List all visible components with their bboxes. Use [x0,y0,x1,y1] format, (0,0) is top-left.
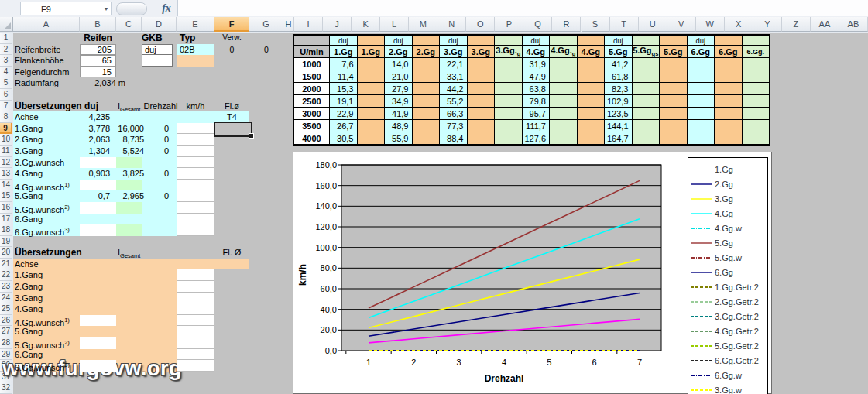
wunsch-green-cell[interactable] [116,180,142,191]
row-header-10[interactable]: 10 [0,134,12,146]
kmh-result-cell-2[interactable] [177,337,214,349]
empty-flag-cell[interactable] [357,36,385,46]
speed-value-cell[interactable]: 82,3 [605,83,633,95]
gear-column-header[interactable]: 6.Gg. [742,46,770,58]
column-header-H[interactable]: H [283,17,294,32]
name-box-dropdown-icon[interactable]: ▾ [105,2,108,16]
column-header-B[interactable]: B [80,17,116,32]
speed-value-cell[interactable] [550,83,578,95]
legend-entry[interactable]: 2.Gg [688,176,767,191]
speed-value-cell[interactable] [742,132,770,145]
speed-value-cell[interactable]: 15,3 [330,83,358,95]
legend-entry[interactable]: 2.Gg.Getr.2 [688,294,767,309]
rpm-cell[interactable]: 2500 [294,95,330,108]
speed-value-cell[interactable]: 79,8 [522,95,550,108]
speed-value-cell[interactable] [550,95,578,108]
row-header-26[interactable]: 26 [0,315,12,327]
row-header-5[interactable]: 5 [0,77,12,89]
kmh-result-cell-2[interactable] [177,293,214,304]
gear-column-header[interactable]: 3.Gg [467,46,495,58]
rpm-cell[interactable]: 4000 [294,132,330,145]
row-header-13[interactable]: 13 [0,168,12,180]
column-header-D[interactable]: D [142,17,177,32]
rpm-cell[interactable]: 1000 [294,58,330,70]
gear-column-header[interactable]: 2.Gg [385,46,413,58]
speed-value-cell[interactable] [495,58,523,70]
speed-value-cell[interactable] [687,120,715,132]
row-header-1[interactable]: 1 [0,33,12,44]
row-header-9[interactable]: 9 [0,123,12,135]
rpm-cell[interactable]: 2000 [294,83,330,95]
legend-entry[interactable]: 3.Gg.Getr.2 [688,309,767,324]
row-header-17[interactable]: 17 [0,214,12,225]
kmh-result-cell[interactable] [177,134,214,146]
gear-column-header[interactable]: 1.Gg [357,46,385,58]
speed-value-cell[interactable] [412,70,440,83]
row-header-14[interactable]: 14 [0,180,12,191]
row-header-4[interactable]: 4 [0,67,12,78]
row-header-11[interactable]: 11 [0,146,12,157]
speed-value-cell[interactable]: 34,9 [385,95,413,108]
row-header-15[interactable]: 15 [0,190,12,202]
speed-value-cell[interactable] [467,70,495,83]
speed-value-cell[interactable]: 26,7 [330,120,358,132]
gear-column-header[interactable]: 5.Gg [660,46,688,58]
speed-value-cell[interactable] [357,95,385,108]
column-header-P[interactable]: P [495,17,523,32]
speed-value-cell[interactable] [660,83,688,95]
speed-value-cell[interactable] [412,108,440,120]
kmh-result-cell-2[interactable] [177,269,214,281]
column-header-X[interactable]: X [725,17,753,32]
column-header-Q[interactable]: Q [523,17,552,32]
formula-input[interactable] [177,0,868,16]
legend-entry[interactable]: 4.Gg.w [688,221,767,235]
speed-value-cell[interactable]: 22,9 [330,108,358,120]
column-header-Y[interactable]: Y [753,17,782,32]
kmh-result-cell[interactable] [177,214,214,225]
column-header-F[interactable]: F [214,17,249,32]
speed-value-cell[interactable] [742,83,770,95]
speed-value-cell[interactable]: 41,2 [605,58,633,70]
speed-value-cell[interactable] [495,132,523,145]
row-header-7[interactable]: 7 [0,101,12,112]
kmh-result-cell[interactable] [177,190,214,202]
speed-value-cell[interactable] [357,70,385,83]
speed-value-cell[interactable] [687,58,715,70]
row-header-12[interactable]: 12 [0,157,12,169]
row-header-16[interactable]: 16 [0,202,12,214]
speed-value-cell[interactable] [742,70,770,83]
speed-value-cell[interactable] [632,108,660,120]
speed-value-cell[interactable] [467,132,495,145]
speed-value-cell[interactable] [715,58,743,70]
speed-value-cell[interactable]: 27,9 [385,83,413,95]
speed-value-cell[interactable]: 164,7 [605,132,633,145]
legend-entry[interactable]: 1.Gg.Getr.2 [688,279,767,294]
speed-value-cell[interactable] [357,108,385,120]
gear-column-header[interactable]: 4.Gg [577,46,605,58]
speed-value-cell[interactable] [715,70,743,83]
speed-value-cell[interactable] [632,120,660,132]
gear-column-header[interactable]: 5.Gggs [632,46,660,58]
speed-value-cell[interactable] [687,83,715,95]
kmh-result-cell-2[interactable] [177,315,214,327]
typ-empty-cell[interactable] [177,55,214,67]
speed-value-cell[interactable] [742,95,770,108]
speed-value-cell[interactable] [550,108,578,120]
legend-entry[interactable]: 4.Gg.Getr.2 [688,324,767,338]
speed-value-cell[interactable]: 11,4 [330,70,358,83]
speed-value-cell[interactable] [660,58,688,70]
speed-value-cell[interactable] [632,132,660,145]
speed-value-cell[interactable] [742,108,770,120]
speed-value-cell[interactable]: 44,2 [440,83,468,95]
speed-value-cell[interactable] [495,120,523,132]
column-header-I[interactable]: I [294,17,323,32]
speed-value-cell[interactable]: 61,8 [605,70,633,83]
legend-entry[interactable]: 3.Gg.w [688,382,767,394]
speed-value-cell[interactable] [660,95,688,108]
row-header-21[interactable]: 21 [0,259,12,270]
column-header-AA[interactable]: AA [811,17,839,32]
legend-entry[interactable]: 3.Gg [688,191,767,206]
speed-value-cell[interactable] [742,120,770,132]
selected-cell-f9[interactable] [214,122,252,137]
speed-value-cell[interactable] [357,132,385,145]
